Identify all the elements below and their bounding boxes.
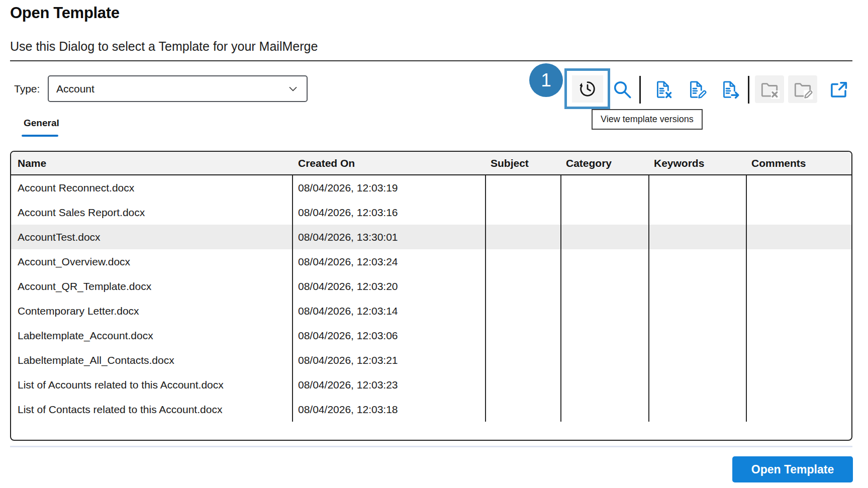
cell-keywords[interactable] [649, 397, 747, 422]
table-row[interactable]: Contemporary Letter.docx08/04/2026, 12:0… [11, 299, 851, 323]
cell-keywords[interactable] [649, 348, 747, 372]
cell-subject[interactable] [486, 397, 561, 422]
cell-subject[interactable] [486, 175, 561, 200]
cell-category[interactable] [561, 175, 649, 200]
edit-template-button[interactable] [685, 77, 709, 102]
document-edit-icon [686, 79, 707, 100]
cell-subject[interactable] [486, 274, 561, 299]
cell-created-on[interactable]: 08/04/2026, 12:03:20 [293, 274, 486, 299]
cell-subject[interactable] [486, 225, 561, 249]
cell-keywords[interactable] [649, 274, 747, 299]
cell-created-on[interactable]: 08/04/2026, 13:30:01 [293, 225, 486, 249]
cell-comments[interactable] [747, 175, 851, 200]
cell-keywords[interactable] [649, 372, 747, 397]
cell-comments[interactable] [747, 225, 851, 249]
cell-name[interactable]: List of Contacts related to this Account… [11, 397, 293, 422]
table-row[interactable]: Account_Overview.docx08/04/2026, 12:03:2… [11, 249, 851, 274]
column-header-name: Name [11, 157, 293, 169]
view-template-versions-button[interactable] [572, 75, 603, 103]
delete-template-button[interactable] [651, 77, 676, 102]
chevron-down-icon [286, 82, 300, 95]
cell-created-on[interactable]: 08/04/2026, 12:03:16 [293, 200, 486, 225]
cell-subject[interactable] [486, 299, 561, 323]
search-button[interactable] [611, 78, 633, 101]
cell-category[interactable] [561, 249, 649, 274]
cell-name[interactable]: Account_QR_Template.docx [11, 274, 293, 299]
cell-created-on[interactable]: 08/04/2026, 12:03:23 [293, 372, 486, 397]
cell-name[interactable]: Contemporary Letter.docx [11, 299, 293, 323]
tooltip: View template versions [592, 109, 703, 130]
cell-created-on[interactable]: 08/04/2026, 12:03:18 [293, 397, 486, 422]
cell-name[interactable]: Account Sales Report.docx [11, 200, 293, 225]
table-row[interactable]: AccountTest.docx08/04/2026, 13:30:01 [11, 225, 851, 249]
footer-divider [10, 446, 852, 447]
table-row[interactable]: List of Accounts related to this Account… [11, 372, 851, 397]
cell-comments[interactable] [747, 274, 851, 299]
cell-keywords[interactable] [649, 323, 747, 348]
cell-subject[interactable] [486, 348, 561, 372]
cell-created-on[interactable]: 08/04/2026, 12:03:24 [293, 249, 486, 274]
toolbar-divider [748, 76, 749, 104]
cell-created-on[interactable]: 08/04/2026, 12:03:14 [293, 299, 486, 323]
table-row[interactable]: Labeltemplate_Account.docx08/04/2026, 12… [11, 323, 851, 348]
cell-name[interactable]: Account Reconnect.docx [11, 175, 293, 200]
cell-created-on[interactable]: 08/04/2026, 12:03:19 [293, 175, 486, 200]
cell-comments[interactable] [747, 200, 851, 225]
cell-created-on[interactable]: 08/04/2026, 12:03:21 [293, 348, 486, 372]
cell-comments[interactable] [747, 397, 851, 422]
cell-name[interactable]: AccountTest.docx [11, 225, 293, 249]
table-header-row: Name Created On Subject Category Keyword… [11, 152, 851, 175]
cell-subject[interactable] [486, 372, 561, 397]
column-header-comments: Comments [747, 157, 851, 169]
edit-folder-button[interactable] [788, 75, 817, 103]
cell-created-on[interactable]: 08/04/2026, 12:03:06 [293, 323, 486, 348]
cell-category[interactable] [561, 274, 649, 299]
type-dropdown[interactable]: Account [48, 75, 308, 102]
cell-comments[interactable] [747, 323, 851, 348]
column-header-keywords: Keywords [649, 157, 747, 169]
tab-general[interactable]: General [22, 118, 61, 137]
type-label: Type: [14, 83, 40, 95]
toolbar-divider [639, 76, 641, 104]
cell-category[interactable] [561, 200, 649, 225]
folder-edit-icon [792, 79, 813, 100]
cell-subject[interactable] [486, 200, 561, 225]
export-template-button[interactable] [718, 77, 742, 102]
cell-comments[interactable] [747, 348, 851, 372]
cell-subject[interactable] [486, 323, 561, 348]
cell-keywords[interactable] [649, 175, 747, 200]
cell-category[interactable] [561, 348, 649, 372]
document-delete-icon [653, 79, 674, 100]
column-header-created-on: Created On [293, 157, 486, 169]
cell-name[interactable]: Labeltemplate_Account.docx [11, 323, 293, 348]
cell-name[interactable]: Account_Overview.docx [11, 249, 293, 274]
column-header-subject: Subject [486, 157, 561, 169]
tab-active-underline [22, 135, 58, 137]
cell-keywords[interactable] [649, 249, 747, 274]
cell-category[interactable] [561, 225, 649, 249]
delete-folder-button[interactable] [755, 75, 784, 103]
folder-delete-icon [759, 79, 780, 100]
open-template-button[interactable]: Open Template [732, 456, 853, 482]
cell-comments[interactable] [747, 372, 851, 397]
cell-name[interactable]: List of Accounts related to this Account… [11, 372, 293, 397]
cell-keywords[interactable] [649, 299, 747, 323]
table-row[interactable]: Account_QR_Template.docx08/04/2026, 12:0… [11, 274, 851, 299]
cell-keywords[interactable] [649, 200, 747, 225]
cell-name[interactable]: Labeltemplate_All_Contacts.docx [11, 348, 293, 372]
cell-comments[interactable] [747, 249, 851, 274]
cell-category[interactable] [561, 397, 649, 422]
table-row[interactable]: List of Contacts related to this Account… [11, 397, 851, 422]
cell-subject[interactable] [486, 249, 561, 274]
cell-comments[interactable] [747, 299, 851, 323]
cell-category[interactable] [561, 323, 649, 348]
open-external-button[interactable] [826, 78, 850, 101]
table-row[interactable]: Account Reconnect.docx08/04/2026, 12:03:… [11, 175, 851, 200]
cell-category[interactable] [561, 299, 649, 323]
step-badge: 1 [529, 63, 563, 97]
cell-keywords[interactable] [649, 225, 747, 249]
cell-category[interactable] [561, 372, 649, 397]
table-row[interactable]: Account Sales Report.docx08/04/2026, 12:… [11, 200, 851, 225]
external-link-icon [828, 79, 849, 100]
table-row[interactable]: Labeltemplate_All_Contacts.docx08/04/202… [11, 348, 851, 372]
